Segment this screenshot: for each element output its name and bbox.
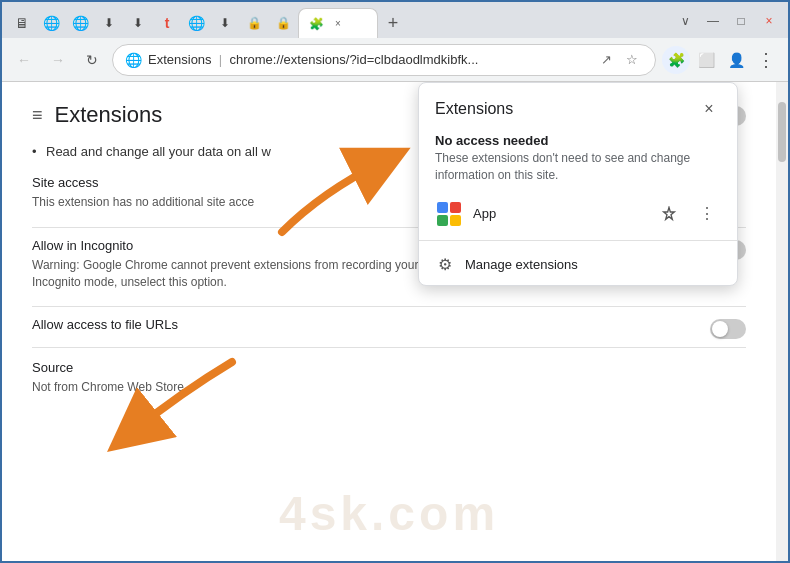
address-box[interactable]: 🌐 Extensions | chrome://extensions/?id=c… [112, 44, 656, 76]
tab-icon-globe1[interactable]: 🌐 [37, 9, 65, 37]
share-icon-button[interactable]: ↗ [595, 49, 617, 71]
window-close-button[interactable]: × [756, 8, 782, 34]
tab-icon-globe3[interactable]: 🌐 [182, 9, 210, 37]
allow-file-urls-content: Allow access to file URLs [32, 317, 710, 336]
manage-extensions-row[interactable]: ⚙ Manage extensions [419, 245, 737, 285]
allow-file-urls-row: Allow access to file URLs [32, 306, 746, 339]
address-site-name: Extensions [148, 52, 212, 67]
svg-rect-4 [437, 215, 448, 226]
source-desc: Not from Chrome Web Store. [32, 379, 746, 396]
extensions-puzzle-button[interactable]: 🧩 [662, 46, 690, 74]
source-label: Source [32, 360, 746, 375]
address-text: Extensions | chrome://extensions/?id=clb… [148, 52, 589, 67]
popup-close-button[interactable]: × [697, 97, 721, 121]
manage-extensions-gear-icon: ⚙ [435, 255, 455, 275]
active-tab-favicon: 🧩 [309, 17, 324, 31]
extension-pin-button[interactable] [655, 200, 683, 228]
svg-rect-3 [450, 202, 461, 213]
app-icon-svg [435, 200, 463, 228]
tab-close-button[interactable]: × [330, 16, 346, 32]
allow-file-urls-label: Allow access to file URLs [32, 317, 690, 332]
restore-button[interactable]: □ [728, 8, 754, 34]
hamburger-menu-icon[interactable]: ≡ [32, 105, 43, 126]
bookmark-star-button[interactable]: ☆ [621, 49, 643, 71]
tab-bar: 🖥 🌐 🌐 ⬇ ⬇ t 🌐 ⬇ 🔒 🔒 🧩 × + ∨ — □ × [2, 2, 788, 38]
back-button[interactable]: ← [10, 46, 38, 74]
source-block: Source Not from Chrome Web Store. [32, 347, 746, 396]
extensions-popup: Extensions × No access needed These exte… [418, 82, 738, 286]
profile-button[interactable]: 👤 [722, 46, 750, 74]
address-icons: ↗ ☆ [595, 49, 643, 71]
popup-no-access-title: No access needed [419, 129, 737, 150]
svg-rect-2 [437, 202, 448, 213]
address-lock-icon: 🌐 [125, 52, 142, 68]
scrollbar[interactable] [776, 82, 788, 561]
popup-divider [419, 240, 737, 241]
scrollbar-thumb[interactable] [778, 102, 786, 162]
popup-no-access-desc: These extensions don't need to see and c… [419, 150, 737, 192]
sidebar-toggle-button[interactable]: ⬜ [692, 46, 720, 74]
page-title: Extensions [55, 102, 163, 128]
popup-extension-row: App ⋮ [419, 192, 737, 236]
forward-button[interactable]: → [44, 46, 72, 74]
manage-extensions-label: Manage extensions [465, 257, 578, 272]
tab-icon-down3[interactable]: ⬇ [211, 9, 239, 37]
address-separator: | [215, 52, 229, 67]
popup-title: Extensions [435, 100, 513, 118]
minimize-button[interactable]: — [700, 8, 726, 34]
new-tab-button[interactable]: + [379, 9, 407, 37]
reload-button[interactable]: ↻ [78, 46, 106, 74]
tab-icon-t[interactable]: t [153, 9, 181, 37]
tab-icons-row: 🖥 🌐 🌐 ⬇ ⬇ t 🌐 ⬇ 🔒 🔒 🧩 × + [8, 8, 670, 38]
tab-icon-monitor[interactable]: 🖥 [8, 9, 36, 37]
address-url: chrome://extensions/?id=clbdaodlmdkibfk.… [229, 52, 478, 67]
watermark: 4sk.com [279, 486, 499, 541]
svg-rect-5 [450, 215, 461, 226]
toolbar-icons: 🧩 ⬜ 👤 ⋮ [662, 46, 780, 74]
tab-icon-globe2[interactable]: 🌐 [66, 9, 94, 37]
browser-frame: 🖥 🌐 🌐 ⬇ ⬇ t 🌐 ⬇ 🔒 🔒 🧩 × + ∨ — □ × ← [2, 2, 788, 561]
tab-right-controls: ∨ — □ × [672, 8, 782, 38]
tab-icon-down2[interactable]: ⬇ [124, 9, 152, 37]
extension-icon [435, 200, 463, 228]
active-tab[interactable]: 🧩 × [298, 8, 378, 38]
popup-header: Extensions × [419, 83, 737, 129]
file-urls-toggle[interactable] [710, 319, 746, 339]
address-bar-row: ← → ↻ 🌐 Extensions | chrome://extensions… [2, 38, 788, 82]
pin-icon [661, 206, 677, 222]
tab-icon-down1[interactable]: ⬇ [95, 9, 123, 37]
tab-icon-lock2[interactable]: 🔒 [269, 9, 297, 37]
tab-expand-button[interactable]: ∨ [672, 8, 698, 34]
extension-more-button[interactable]: ⋮ [693, 200, 721, 228]
extension-name: App [473, 206, 645, 221]
content-area: 4sk.com ≡ Extensions Developer mode Read… [2, 82, 788, 561]
chrome-menu-button[interactable]: ⋮ [752, 46, 780, 74]
tab-icon-lock1[interactable]: 🔒 [240, 9, 268, 37]
